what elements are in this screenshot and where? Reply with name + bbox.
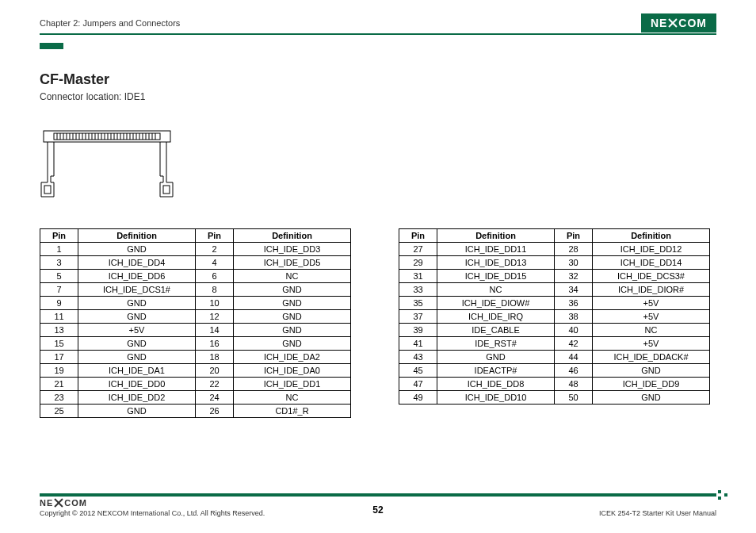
table-row: 23ICH_IDE_DD224NC	[40, 391, 351, 405]
pin-cell: 33	[399, 283, 437, 297]
table-row: 1GND2ICH_IDE_DD3	[40, 243, 351, 256]
section-title-area: CF-Master Connector location: IDE1	[40, 71, 145, 102]
logo-text-right: COM	[678, 17, 707, 29]
pin-cell: 12	[196, 310, 234, 324]
pin-cell: 40	[555, 324, 593, 337]
table-row: 15GND16GND	[40, 337, 351, 351]
pin-cell: 47	[399, 378, 437, 391]
pin-cell: 5	[40, 270, 78, 283]
def-cell: IDE_CABLE	[437, 324, 555, 337]
pin-cell: 48	[555, 378, 593, 391]
pin-cell: 11	[40, 310, 78, 324]
def-cell: NC	[593, 324, 710, 337]
pin-cell: 10	[196, 297, 234, 310]
th-pin: Pin	[399, 229, 437, 243]
def-cell: ICH_IDE_DD8	[437, 378, 555, 391]
def-cell: GND	[437, 351, 555, 364]
pin-cell: 9	[40, 297, 78, 310]
table-row: 3ICH_IDE_DD44ICH_IDE_DD5	[40, 256, 351, 270]
table-row: 19ICH_IDE_DA120ICH_IDE_DA0	[40, 364, 351, 378]
def-cell: ICH_IDE_DD11	[437, 243, 555, 256]
def-cell: ICH_IDE_DA2	[234, 351, 351, 364]
pin-cell: 38	[555, 310, 593, 324]
def-cell: ICH_IDE_DD5	[234, 256, 351, 270]
pin-cell: 18	[196, 351, 234, 364]
def-cell: GND	[234, 283, 351, 297]
pin-cell: 16	[196, 337, 234, 351]
def-cell: ICH_IDE_DIOW#	[437, 297, 555, 310]
page-header: Chapter 2: Jumpers and Connectors NE COM	[40, 14, 716, 32]
def-cell: GND	[234, 324, 351, 337]
pin-cell: 45	[399, 364, 437, 378]
def-cell: ICH_IDE_DA1	[78, 364, 196, 378]
footer-logo-x-icon	[54, 498, 63, 508]
pin-cell: 26	[196, 405, 234, 418]
def-cell: ICH_IDE_DD15	[437, 270, 555, 283]
def-cell: ICH_IDE_DD10	[437, 391, 555, 405]
section-title: CF-Master	[40, 71, 145, 88]
pin-cell: 35	[399, 297, 437, 310]
footer-logo: NE COM	[40, 498, 265, 508]
pin-cell: 20	[196, 364, 234, 378]
def-cell: ICH_IDE_DA0	[234, 364, 351, 378]
table-row: 45IDEACTP#46GND	[399, 364, 710, 378]
table-row: 17GND18ICH_IDE_DA2	[40, 351, 351, 364]
def-cell: GND	[78, 310, 196, 324]
def-cell: GND	[234, 310, 351, 324]
svg-rect-34	[44, 186, 51, 194]
def-cell: GND	[78, 351, 196, 364]
pin-cell: 42	[555, 337, 593, 351]
pin-table-right: Pin Definition Pin Definition 27ICH_IDE_…	[399, 228, 710, 418]
footer-logo-right: COM	[64, 498, 87, 508]
pin-cell: 7	[40, 283, 78, 297]
def-cell: NC	[234, 391, 351, 405]
table-row: 9GND10GND	[40, 297, 351, 310]
def-cell: IDEACTP#	[437, 364, 555, 378]
def-cell: GND	[78, 243, 196, 256]
th-def: Definition	[593, 229, 710, 243]
def-cell: ICH_IDE_DD12	[593, 243, 710, 256]
table-row: 5ICH_IDE_DD66NC	[40, 270, 351, 283]
chapter-label: Chapter 2: Jumpers and Connectors	[40, 18, 180, 28]
connector-svg-icon	[40, 127, 174, 198]
table-row: 27ICH_IDE_DD1128ICH_IDE_DD12	[399, 243, 710, 256]
def-cell: NC	[437, 283, 555, 297]
def-cell: ICH_IDE_DCS1#	[78, 283, 196, 297]
footer-copyright: Copyright © 2012 NEXCOM International Co…	[40, 509, 265, 517]
table-row: 7ICH_IDE_DCS1#8GND	[40, 283, 351, 297]
pin-cell: 2	[196, 243, 234, 256]
th-pin: Pin	[40, 229, 78, 243]
pin-cell: 22	[196, 378, 234, 391]
def-cell: ICH_IDE_DD9	[593, 378, 710, 391]
section-subtitle: Connector location: IDE1	[40, 91, 145, 102]
def-cell: GND	[593, 391, 710, 405]
pin-cell: 30	[555, 256, 593, 270]
def-cell: ICH_IDE_DCS3#	[593, 270, 710, 283]
def-cell: ICH_IDE_IRQ	[437, 310, 555, 324]
th-pin: Pin	[555, 229, 593, 243]
footer-rule	[40, 493, 716, 497]
pin-cell: 34	[555, 283, 593, 297]
table-row: 35ICH_IDE_DIOW#36+5V	[399, 297, 710, 310]
table-row: 37ICH_IDE_IRQ38+5V	[399, 310, 710, 324]
pin-cell: 31	[399, 270, 437, 283]
def-cell: ICH_IDE_DD6	[78, 270, 196, 283]
page-footer: NE COM Copyright © 2012 NEXCOM Internati…	[40, 498, 716, 517]
pin-table-left: Pin Definition Pin Definition 1GND2ICH_I…	[40, 228, 351, 418]
def-cell: GND	[593, 364, 710, 378]
pin-cell: 29	[399, 256, 437, 270]
table-row: 21ICH_IDE_DD022ICH_IDE_DD1	[40, 378, 351, 391]
pin-cell: 23	[40, 391, 78, 405]
def-cell: ICH_IDE_DD0	[78, 378, 196, 391]
table-row: 11GND12GND	[40, 310, 351, 324]
pin-cell: 46	[555, 364, 593, 378]
pin-cell: 27	[399, 243, 437, 256]
pin-cell: 39	[399, 324, 437, 337]
th-def: Definition	[78, 229, 196, 243]
nexcom-logo: NE COM	[641, 13, 716, 33]
footer-left: NE COM Copyright © 2012 NEXCOM Internati…	[40, 498, 265, 517]
pin-cell: 17	[40, 351, 78, 364]
pin-cell: 43	[399, 351, 437, 364]
def-cell: +5V	[78, 324, 196, 337]
def-cell: GND	[78, 297, 196, 310]
